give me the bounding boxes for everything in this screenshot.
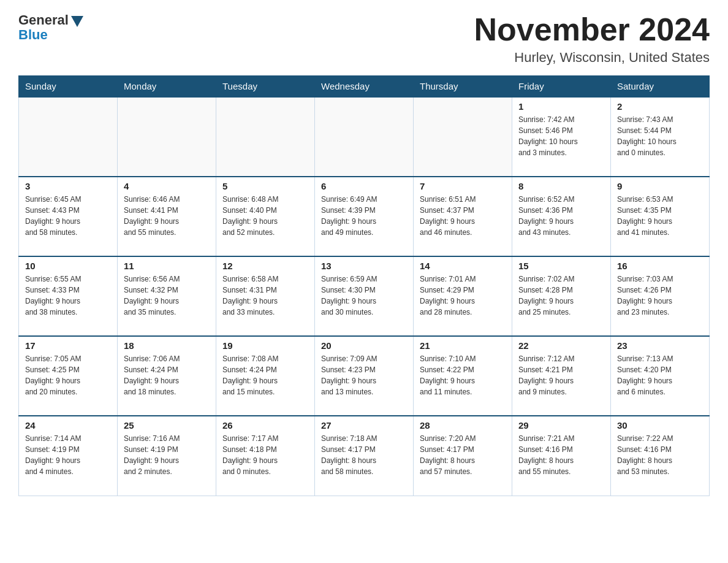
day-info: Sunrise: 7:17 AM Sunset: 4:18 PM Dayligh… [222, 433, 308, 477]
calendar-week-row: 1Sunrise: 7:42 AM Sunset: 5:46 PM Daylig… [19, 97, 710, 177]
day-info: Sunrise: 7:03 AM Sunset: 4:26 PM Dayligh… [617, 274, 703, 318]
calendar-cell: 25Sunrise: 7:16 AM Sunset: 4:19 PM Dayli… [118, 416, 216, 496]
day-info: Sunrise: 7:16 AM Sunset: 4:19 PM Dayligh… [124, 433, 210, 477]
calendar-week-row: 10Sunrise: 6:55 AM Sunset: 4:33 PM Dayli… [19, 256, 710, 336]
month-title: November 2024 [474, 12, 710, 47]
day-info: Sunrise: 7:14 AM Sunset: 4:19 PM Dayligh… [25, 433, 111, 477]
day-number: 5 [222, 181, 308, 191]
day-number: 20 [321, 340, 407, 351]
day-info: Sunrise: 6:45 AM Sunset: 4:43 PM Dayligh… [25, 194, 111, 238]
day-number: 27 [321, 420, 407, 431]
col-header-friday: Friday [512, 76, 611, 98]
logo-blue-text: Blue [18, 27, 48, 43]
day-number: 7 [420, 181, 506, 191]
calendar-cell: 9Sunrise: 6:53 AM Sunset: 4:35 PM Daylig… [611, 177, 710, 256]
calendar-cell: 20Sunrise: 7:09 AM Sunset: 4:23 PM Dayli… [315, 336, 414, 416]
day-number: 12 [222, 261, 308, 271]
day-info: Sunrise: 7:20 AM Sunset: 4:17 PM Dayligh… [420, 433, 506, 477]
day-number: 19 [222, 340, 308, 351]
calendar-cell: 30Sunrise: 7:22 AM Sunset: 4:16 PM Dayli… [611, 416, 710, 496]
day-number: 24 [25, 420, 111, 431]
calendar-cell: 5Sunrise: 6:48 AM Sunset: 4:40 PM Daylig… [216, 177, 315, 256]
day-number: 11 [124, 261, 210, 271]
day-number: 3 [25, 181, 111, 191]
calendar-cell [118, 97, 216, 177]
calendar-header-row: SundayMondayTuesdayWednesdayThursdayFrid… [19, 76, 710, 98]
calendar-cell: 11Sunrise: 6:56 AM Sunset: 4:32 PM Dayli… [118, 256, 216, 336]
calendar-cell: 23Sunrise: 7:13 AM Sunset: 4:20 PM Dayli… [611, 336, 710, 416]
day-info: Sunrise: 7:43 AM Sunset: 5:44 PM Dayligh… [617, 114, 703, 158]
day-info: Sunrise: 6:51 AM Sunset: 4:37 PM Dayligh… [420, 194, 506, 238]
calendar-cell: 24Sunrise: 7:14 AM Sunset: 4:19 PM Dayli… [19, 416, 118, 496]
day-number: 1 [518, 101, 604, 112]
day-number: 28 [420, 420, 506, 431]
location-subtitle: Hurley, Wisconsin, United States [474, 50, 710, 66]
calendar-cell: 12Sunrise: 6:58 AM Sunset: 4:31 PM Dayli… [216, 256, 315, 336]
calendar-cell [216, 97, 315, 177]
calendar-cell: 18Sunrise: 7:06 AM Sunset: 4:24 PM Dayli… [118, 336, 216, 416]
day-info: Sunrise: 7:12 AM Sunset: 4:21 PM Dayligh… [518, 353, 604, 397]
day-number: 17 [25, 340, 111, 351]
calendar-cell: 15Sunrise: 7:02 AM Sunset: 4:28 PM Dayli… [512, 256, 611, 336]
calendar-cell: 3Sunrise: 6:45 AM Sunset: 4:43 PM Daylig… [19, 177, 118, 256]
day-info: Sunrise: 7:10 AM Sunset: 4:22 PM Dayligh… [420, 353, 506, 397]
day-number: 18 [124, 340, 210, 351]
day-number: 9 [617, 181, 703, 191]
calendar-cell: 21Sunrise: 7:10 AM Sunset: 4:22 PM Dayli… [414, 336, 512, 416]
day-info: Sunrise: 6:53 AM Sunset: 4:35 PM Dayligh… [617, 194, 703, 238]
day-info: Sunrise: 6:56 AM Sunset: 4:32 PM Dayligh… [124, 274, 210, 318]
calendar-cell: 22Sunrise: 7:12 AM Sunset: 4:21 PM Dayli… [512, 336, 611, 416]
day-number: 21 [420, 340, 506, 351]
day-info: Sunrise: 6:52 AM Sunset: 4:36 PM Dayligh… [518, 194, 604, 238]
day-number: 4 [124, 181, 210, 191]
day-info: Sunrise: 6:58 AM Sunset: 4:31 PM Dayligh… [222, 274, 308, 318]
day-number: 25 [124, 420, 210, 431]
calendar-cell: 6Sunrise: 6:49 AM Sunset: 4:39 PM Daylig… [315, 177, 414, 256]
day-info: Sunrise: 7:08 AM Sunset: 4:24 PM Dayligh… [222, 353, 308, 397]
day-info: Sunrise: 6:49 AM Sunset: 4:39 PM Dayligh… [321, 194, 407, 238]
day-number: 10 [25, 261, 111, 271]
day-info: Sunrise: 7:13 AM Sunset: 4:20 PM Dayligh… [617, 353, 703, 397]
day-number: 22 [518, 340, 604, 351]
day-number: 23 [617, 340, 703, 351]
day-info: Sunrise: 7:02 AM Sunset: 4:28 PM Dayligh… [518, 274, 604, 318]
col-header-sunday: Sunday [19, 76, 118, 98]
day-info: Sunrise: 6:55 AM Sunset: 4:33 PM Dayligh… [25, 274, 111, 318]
day-number: 13 [321, 261, 407, 271]
calendar-cell: 19Sunrise: 7:08 AM Sunset: 4:24 PM Dayli… [216, 336, 315, 416]
day-info: Sunrise: 6:46 AM Sunset: 4:41 PM Dayligh… [124, 194, 210, 238]
calendar-week-row: 3Sunrise: 6:45 AM Sunset: 4:43 PM Daylig… [19, 177, 710, 256]
calendar-cell: 4Sunrise: 6:46 AM Sunset: 4:41 PM Daylig… [118, 177, 216, 256]
calendar-cell: 8Sunrise: 6:52 AM Sunset: 4:36 PM Daylig… [512, 177, 611, 256]
calendar-cell [414, 97, 512, 177]
col-header-monday: Monday [118, 76, 216, 98]
col-header-thursday: Thursday [414, 76, 512, 98]
calendar-week-row: 24Sunrise: 7:14 AM Sunset: 4:19 PM Dayli… [19, 416, 710, 496]
calendar-cell: 14Sunrise: 7:01 AM Sunset: 4:29 PM Dayli… [414, 256, 512, 336]
calendar-cell: 27Sunrise: 7:18 AM Sunset: 4:17 PM Dayli… [315, 416, 414, 496]
calendar-week-row: 17Sunrise: 7:05 AM Sunset: 4:25 PM Dayli… [19, 336, 710, 416]
col-header-saturday: Saturday [611, 76, 710, 98]
col-header-tuesday: Tuesday [216, 76, 315, 98]
day-info: Sunrise: 7:06 AM Sunset: 4:24 PM Dayligh… [124, 353, 210, 397]
day-number: 14 [420, 261, 506, 271]
day-info: Sunrise: 7:18 AM Sunset: 4:17 PM Dayligh… [321, 433, 407, 477]
calendar-cell: 29Sunrise: 7:21 AM Sunset: 4:16 PM Dayli… [512, 416, 611, 496]
day-info: Sunrise: 7:05 AM Sunset: 4:25 PM Dayligh… [25, 353, 111, 397]
day-number: 30 [617, 420, 703, 431]
day-number: 16 [617, 261, 703, 271]
day-number: 26 [222, 420, 308, 431]
day-number: 2 [617, 101, 703, 112]
logo-arrow-icon [71, 16, 83, 27]
calendar-cell [315, 97, 414, 177]
calendar-cell: 26Sunrise: 7:17 AM Sunset: 4:18 PM Dayli… [216, 416, 315, 496]
header: General Blue November 2024 Hurley, Wisco… [18, 12, 710, 66]
day-number: 29 [518, 420, 604, 431]
day-info: Sunrise: 7:42 AM Sunset: 5:46 PM Dayligh… [518, 114, 604, 158]
logo: General Blue [18, 12, 83, 43]
calendar-cell: 2Sunrise: 7:43 AM Sunset: 5:44 PM Daylig… [611, 97, 710, 177]
day-info: Sunrise: 7:09 AM Sunset: 4:23 PM Dayligh… [321, 353, 407, 397]
calendar-cell: 13Sunrise: 6:59 AM Sunset: 4:30 PM Dayli… [315, 256, 414, 336]
day-info: Sunrise: 7:01 AM Sunset: 4:29 PM Dayligh… [420, 274, 506, 318]
day-info: Sunrise: 7:22 AM Sunset: 4:16 PM Dayligh… [617, 433, 703, 477]
